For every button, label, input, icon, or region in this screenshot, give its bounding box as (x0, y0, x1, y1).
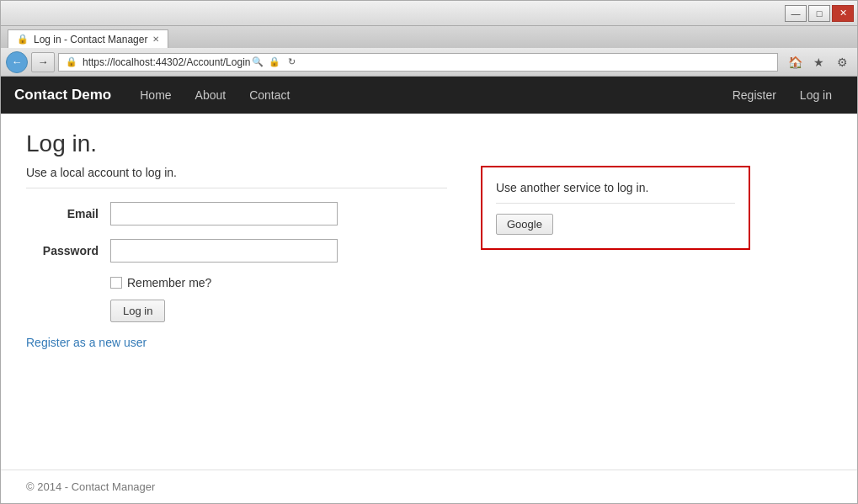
local-login-subtitle: Use a local account to log in. (26, 166, 447, 188)
password-input[interactable] (110, 239, 338, 263)
nav-contact[interactable]: Contact (237, 77, 301, 114)
browser-toolbar-icons: 🏠 ★ ⚙ (785, 52, 852, 72)
favorites-icon[interactable]: ★ (808, 52, 829, 72)
external-login-title: Use another service to log in. (496, 181, 735, 204)
page-icon: 🔒 (64, 55, 79, 70)
local-login-section: Use a local account to log in. Email Pas… (26, 166, 447, 349)
address-bar-row: ← → 🔒 https://localhost:44302/Account/Lo… (1, 48, 857, 77)
login-btn-row: Log in (110, 300, 447, 322)
maximize-button[interactable]: □ (808, 5, 830, 22)
page-footer: © 2014 - Contact Manager (1, 470, 857, 503)
minimize-button[interactable]: — (785, 5, 807, 22)
tab-close-button[interactable]: ✕ (152, 34, 159, 44)
remember-label: Remember me? (127, 276, 211, 289)
nav-home[interactable]: Home (128, 77, 183, 114)
home-icon[interactable]: 🏠 (785, 52, 805, 72)
browser-window: — □ ✕ 🔒 Log in - Contact Manager ✕ ← → 🔒… (0, 0, 858, 504)
active-tab[interactable]: 🔒 Log in - Contact Manager ✕ (8, 29, 168, 48)
navbar-nav: Home About Contact (128, 77, 301, 114)
remember-checkbox[interactable] (110, 277, 122, 289)
close-button[interactable]: ✕ (832, 5, 854, 22)
address-icons: 🔍 🔒 ↻ (250, 55, 299, 70)
google-button[interactable]: Google (496, 214, 553, 235)
navbar-right: Register Log in (721, 77, 844, 114)
login-button[interactable]: Log in (110, 300, 165, 322)
title-bar: — □ ✕ (1, 1, 857, 26)
tab-bar: 🔒 Log in - Contact Manager ✕ (1, 26, 857, 48)
back-button[interactable]: ← (6, 51, 28, 73)
lock-icon: 🔒 (267, 55, 282, 70)
tab-favicon: 🔒 (17, 34, 29, 45)
email-input[interactable] (110, 202, 338, 225)
refresh-icon[interactable]: ↻ (284, 55, 299, 70)
settings-icon[interactable]: ⚙ (832, 52, 852, 72)
register-link[interactable]: Register as a new user (26, 336, 147, 349)
footer-text: © 2014 - Contact Manager (26, 480, 155, 493)
address-bar[interactable]: 🔒 https://localhost:44302/Account/Login … (58, 53, 778, 72)
password-label: Password (26, 244, 110, 257)
nav-about[interactable]: About (184, 77, 238, 114)
navbar-brand[interactable]: Contact Demo (14, 87, 111, 103)
navbar: Contact Demo Home About Contact Register… (1, 77, 857, 114)
page-body: Log in. Use a local account to log in. E… (1, 114, 857, 470)
url-text: https://localhost:44302/Account/Login (83, 56, 250, 68)
search-icon[interactable]: 🔍 (250, 55, 265, 70)
email-form-group: Email (26, 202, 447, 225)
email-label: Email (26, 207, 110, 220)
tab-title: Log in - Contact Manager (34, 34, 147, 45)
app-content: Contact Demo Home About Contact Register… (1, 77, 857, 503)
remember-row: Remember me? (110, 276, 447, 289)
page-title: Log in. (26, 130, 832, 157)
password-form-group: Password (26, 239, 447, 263)
external-login-section: Use another service to log in. Google (481, 166, 750, 250)
title-bar-buttons: — □ ✕ (785, 5, 854, 22)
nav-register[interactable]: Register (721, 77, 788, 114)
login-container: Use a local account to log in. Email Pas… (26, 166, 832, 349)
nav-login[interactable]: Log in (788, 77, 844, 114)
forward-button[interactable]: → (31, 52, 55, 72)
